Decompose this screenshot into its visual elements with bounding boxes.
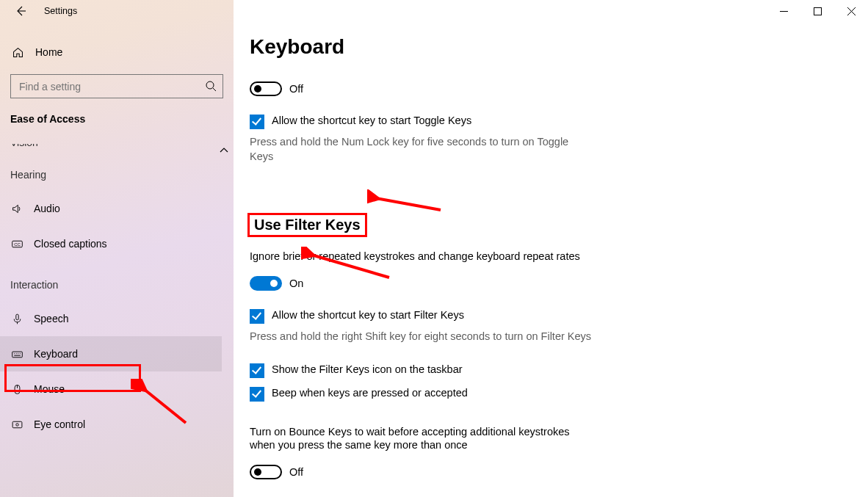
closed-captions-icon: CC [10,238,23,250]
window-title: Settings [44,6,77,16]
titlebar: Settings [0,0,234,22]
toggle-state-label: Off [289,466,303,478]
toggle-switch[interactable] [250,465,282,479]
microphone-icon [10,313,23,325]
checkbox-checked-icon [250,363,264,378]
closed-captions-label: Closed captions [34,238,107,250]
filter-keys-shortcut-label: Allow the shortcut key to start Filter K… [272,309,464,321]
toggle-keys-shortcut-desc: Press and hold the Num Lock key for five… [250,135,573,164]
speaker-icon [10,203,23,215]
sidebar-list: Vision Hearing Audio CC Closed captions … [0,144,222,497]
maximize-button[interactable] [800,0,834,22]
home-label: Home [35,46,62,58]
svg-rect-6 [12,421,22,428]
sidebar-item-home[interactable]: Home [10,38,223,66]
keyboard-label: Keyboard [34,348,78,360]
filter-keys-toggle[interactable]: On [250,272,846,294]
bounce-keys-desc: Turn on Bounce Keys to wait before accep… [250,425,573,453]
filter-keys-shortcut-desc: Press and hold the right Shift key for e… [250,330,617,344]
eye-control-label: Eye control [34,418,85,430]
filter-keys-taskbar-label: Show the Filter Keys icon on the taskbar [272,363,463,375]
sidebar-item-audio[interactable]: Audio [0,191,222,226]
filter-keys-taskbar-checkbox[interactable]: Show the Filter Keys icon on the taskbar [250,363,846,378]
mouse-label: Mouse [34,383,65,395]
sidebar-item-speech[interactable]: Speech [0,301,222,336]
speech-label: Speech [34,313,68,324]
sidebar-section-hearing: Hearing [0,151,222,191]
eye-control-icon [10,418,23,431]
svg-text:CC: CC [14,242,21,247]
toggle-state-label: Off [289,83,303,95]
search-icon [205,80,217,94]
mouse-icon [10,383,23,396]
toggle-keys-toggle[interactable]: Off [250,78,846,100]
toggle-keys-shortcut-checkbox[interactable]: Allow the shortcut key to start Toggle K… [250,115,846,129]
sidebar-section-vision-clipped: Vision [0,144,222,151]
annotation-arrow-heading [367,189,448,219]
sidebar-item-keyboard[interactable]: Keyboard [0,336,222,371]
toggle-state-label: On [289,277,303,289]
keyboard-icon [10,348,23,360]
search-field[interactable] [11,75,198,98]
toggle-switch[interactable] [250,276,282,291]
window-controls [767,0,868,22]
minimize-button[interactable] [767,0,800,22]
svg-rect-4 [12,352,22,358]
sidebar: Settings Home Ease of Access Vision Hea [0,0,234,497]
checkbox-checked-icon [250,115,264,129]
checkbox-checked-icon [250,309,264,324]
svg-point-7 [15,423,18,425]
home-icon [10,46,25,59]
sidebar-item-closed-captions[interactable]: CC Closed captions [0,226,222,261]
filter-keys-beep-label: Beep when keys are pressed or accepted [272,387,468,399]
sidebar-item-eye-control[interactable]: Eye control [0,407,222,442]
filter-keys-heading: Use Filter Keys [250,215,365,235]
audio-label: Audio [34,203,60,214]
svg-point-0 [206,81,214,89]
checkbox-checked-icon [250,387,264,402]
main-content: Keyboard Off Allow the shortcut key to s… [234,0,868,497]
page-title: Keyboard [250,35,344,59]
filter-keys-desc: Ignore brief or repeated keystrokes and … [250,250,587,264]
search-input[interactable] [10,74,223,98]
svg-rect-8 [814,7,821,15]
sidebar-category: Ease of Access [10,113,85,125]
close-button[interactable] [834,0,868,22]
sidebar-section-interaction: Interaction [0,261,222,301]
filter-keys-shortcut-checkbox[interactable]: Allow the shortcut key to start Filter K… [250,309,846,324]
sidebar-item-mouse[interactable]: Mouse [0,371,222,407]
svg-rect-3 [15,314,18,320]
back-button[interactable] [10,1,31,21]
filter-keys-beep-checkbox[interactable]: Beep when keys are pressed or accepted [250,387,846,402]
toggle-keys-shortcut-label: Allow the shortcut key to start Toggle K… [272,115,471,126]
toggle-switch[interactable] [250,81,282,96]
bounce-keys-toggle[interactable]: Off [250,461,846,483]
